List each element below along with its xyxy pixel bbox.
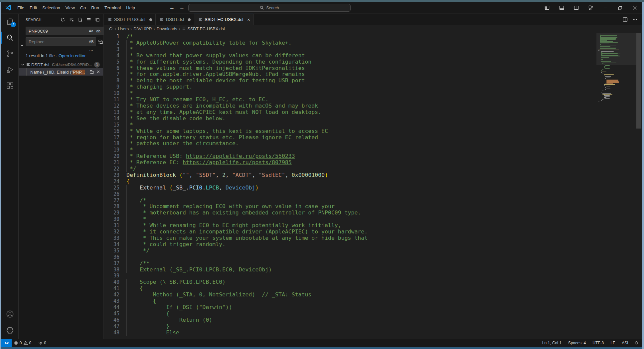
code-line[interactable]: 45 { — [104, 311, 595, 317]
menu-go[interactable]: Go — [78, 4, 88, 12]
scrollbar-thumb[interactable] — [636, 33, 641, 129]
menu-edit[interactable]: Edit — [27, 4, 40, 12]
code-line[interactable]: 33 * This can make your system unbootabl… — [104, 235, 595, 241]
code-line[interactable]: 4 * Be warned that power supply values c… — [104, 53, 595, 59]
activity-explorer[interactable]: 2 — [1, 14, 19, 30]
search-result-file-row[interactable]: DSDT.dsl C:\Users\D3VL0PR\D... 1 — [19, 61, 103, 68]
toggle-panel-icon[interactable] — [554, 2, 569, 13]
customize-layout-icon[interactable] — [583, 2, 598, 13]
code-line[interactable]: 11 * Try NOT to rename EC0, H_EC, etc. t… — [104, 97, 595, 103]
code-line[interactable]: 48 Else — [104, 330, 595, 336]
minimize-button[interactable] — [598, 2, 613, 13]
code-editor[interactable]: 1/*2 * AppleUsbPower compatibility table… — [104, 33, 642, 339]
breadcrumb-item[interactable]: Users — [118, 27, 129, 31]
code-line[interactable]: 43 { — [104, 298, 595, 304]
code-line[interactable]: 5 * for different systems. Depending on … — [104, 59, 595, 65]
close-button[interactable] — [627, 2, 642, 13]
match-case-icon[interactable]: Aa — [88, 29, 94, 33]
code-line[interactable]: 42 Method (_STA, 0, NotSerialized) // _S… — [104, 292, 595, 298]
toggle-replace-chevron[interactable] — [20, 36, 25, 54]
code-line[interactable]: 10 * — [104, 90, 595, 97]
tab-ssdt-ec-usbx.dsl[interactable]: SSDT-EC-USBX.dsl× — [194, 14, 254, 25]
collapse-all-icon[interactable] — [94, 17, 100, 23]
code-line[interactable]: 46 Return (0) — [104, 317, 595, 323]
toggle-search-details[interactable]: ... — [26, 48, 98, 51]
code-line[interactable]: 28 * Uncomment replacing EC0 with your o… — [104, 203, 595, 210]
code-line[interactable]: 13 * at any time. AppleACPIEC kext must … — [104, 109, 595, 116]
code-line[interactable]: 9 * charging support. — [104, 84, 595, 90]
code-line[interactable]: 6 * these values must match injected IOK… — [104, 65, 595, 72]
code-line[interactable]: 37 /** — [104, 260, 595, 267]
breadcrumb-item[interactable]: D3VL0PR — [133, 27, 152, 31]
code-line[interactable]: 47 } — [104, 323, 595, 330]
search-input[interactable] — [26, 29, 88, 34]
more-actions-icon[interactable] — [632, 17, 637, 22]
indentation[interactable]: Spaces: 4 — [566, 341, 588, 345]
replace-icon[interactable] — [89, 70, 94, 74]
code-line[interactable]: 39 — [104, 273, 595, 279]
code-line[interactable]: 17 * region for battery status etc. Plea… — [104, 135, 595, 141]
editor-scrollbar[interactable] — [636, 33, 641, 339]
ports-status[interactable]: 0 — [36, 339, 48, 347]
code-line[interactable]: 40 Scope (\_SB.PCI0.LPCB.EC0) — [104, 279, 595, 285]
code-line[interactable]: 12 * These devices are incompatible with… — [104, 103, 595, 109]
activity-settings[interactable] — [1, 322, 19, 338]
breadcrumb-item[interactable]: SSDT-EC-USBX.dsl — [182, 27, 225, 31]
replace-all-icon[interactable] — [98, 38, 103, 45]
code-line[interactable]: 34 * could trigger randomly. — [104, 241, 595, 248]
menu-file[interactable]: File — [15, 4, 27, 12]
clear-search-results-icon[interactable] — [69, 17, 75, 23]
remote-indicator[interactable]: >< — [1, 339, 12, 347]
code-line[interactable]: 2 * AppleUsbPower compatibility table fo… — [104, 40, 595, 46]
code-line[interactable]: 24{ — [104, 178, 595, 185]
menu-run[interactable]: Run — [88, 4, 102, 12]
modified-dot-icon[interactable] — [188, 18, 191, 21]
code-line[interactable]: 18 * patches under the circumstance. — [104, 141, 595, 147]
notifications-bell-icon[interactable] — [634, 341, 639, 345]
code-line[interactable]: 29 * motherboard has an existing embedde… — [104, 210, 595, 216]
encoding[interactable]: UTF-8 — [590, 341, 606, 345]
view-as-tree-icon[interactable] — [86, 17, 92, 23]
code-line[interactable]: 21 * Reference EC: https://applelife.ru/… — [104, 160, 595, 166]
code-line[interactable]: 1/* — [104, 34, 595, 40]
tab-ssdt-plug.dsl[interactable]: SSDT-PLUG.dsl — [104, 14, 156, 25]
close-tab-icon[interactable]: × — [247, 17, 250, 22]
eol-sequence[interactable]: LF — [608, 341, 617, 345]
refresh-icon[interactable] — [60, 17, 66, 23]
code-line[interactable]: 36 — [104, 254, 595, 260]
menu-terminal[interactable]: Terminal — [102, 4, 123, 12]
code-line[interactable]: 20 * Reference USB: https://applelife.ru… — [104, 153, 595, 160]
replace-input[interactable] — [26, 39, 88, 44]
code-line[interactable]: 27 /* — [104, 197, 595, 204]
code-line[interactable]: 7 * for com.apple.driver.AppleUSBMergeNu… — [104, 71, 595, 78]
modified-dot-icon[interactable] — [149, 18, 152, 21]
code-line[interactable]: 25 External (_SB_.PCI0.LPCB, DeviceObj) — [104, 185, 595, 191]
activity-accounts[interactable] — [1, 306, 19, 322]
minimap[interactable] — [596, 33, 636, 339]
code-line[interactable]: 26 — [104, 191, 595, 197]
code-line[interactable]: 8 * being the most reliable device for t… — [104, 78, 595, 84]
menu-help[interactable]: Help — [123, 4, 138, 12]
open-new-search-editor-icon[interactable] — [77, 17, 83, 23]
code-line[interactable]: 44 If (_OSI ("Darwin")) — [104, 304, 595, 311]
code-line[interactable]: 31 * While renaming EC0 to EC might pote… — [104, 222, 595, 229]
code-line[interactable]: 22 */ — [104, 166, 595, 172]
code-line[interactable]: 41 { — [104, 285, 595, 292]
activity-extensions[interactable] — [1, 78, 19, 94]
preserve-case-icon[interactable]: AB — [88, 39, 95, 44]
open-in-editor-link[interactable]: Open in editor — [59, 53, 86, 58]
activity-source-control[interactable] — [1, 46, 19, 62]
code-line[interactable]: 35 */ — [104, 248, 595, 254]
breadcrumb-item[interactable]: Downloads — [157, 27, 177, 31]
activity-search[interactable] — [1, 30, 19, 46]
code-line[interactable]: 3 * — [104, 46, 595, 53]
breadcrumb-item[interactable]: C: — [109, 27, 113, 31]
cursor-position[interactable]: Ln 1, Col 1 — [540, 341, 564, 345]
menu-selection[interactable]: Selection — [40, 4, 63, 12]
activity-run-debug[interactable] — [1, 62, 19, 78]
back-arrow-icon[interactable]: ← — [169, 5, 175, 11]
problems-status[interactable]: 0 0 — [12, 339, 33, 347]
search-match-row[interactable]: Name (_HID, EisaId ("PNP... — [19, 68, 103, 76]
whole-word-icon[interactable]: ab — [95, 29, 101, 33]
menu-view[interactable]: View — [63, 4, 78, 12]
